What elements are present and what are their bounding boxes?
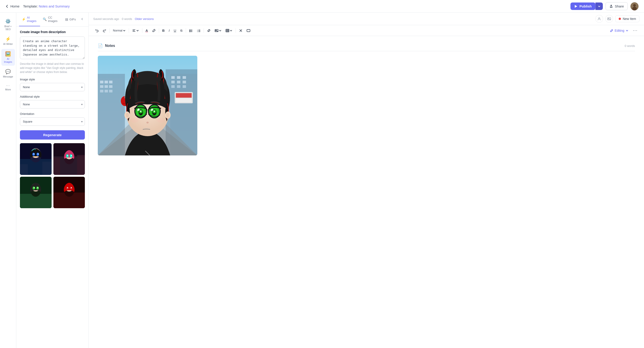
sidebar-item-message[interactable]: 💬 Message	[1, 67, 15, 80]
message-icon: 💬	[5, 69, 11, 74]
sidebar-item-more[interactable]: ··· More	[1, 81, 15, 93]
image-thumb-2[interactable]	[54, 143, 85, 175]
tab-ai-images[interactable]: ⚡ AI images	[19, 13, 40, 26]
format-toolbar: Normal A	[89, 25, 644, 36]
italic-button[interactable]: I	[167, 27, 172, 34]
editing-dropdown-button[interactable]: Editing	[608, 28, 631, 34]
panel-tabs: ⚡ AI images 🔍 CC images ▤ GIFs	[16, 13, 88, 27]
image-upload-button[interactable]	[605, 15, 613, 23]
code-icon	[247, 29, 250, 32]
svg-point-122	[151, 110, 152, 111]
breadcrumb-link[interactable]: Notes and Summary	[39, 4, 70, 8]
sidebar-item-brief-seo[interactable]: ⚙️ Brief + SEO	[1, 16, 15, 33]
link-button[interactable]	[205, 28, 212, 34]
toolbar-actions: New Item	[595, 15, 640, 23]
svg-point-10	[33, 153, 34, 154]
undo-button[interactable]	[93, 28, 100, 34]
publish-button-wrap: Publish	[570, 3, 603, 10]
bold-button[interactable]: B	[160, 27, 166, 34]
sidebar-item-ai-images[interactable]: 🖼️ AI Images	[1, 49, 15, 66]
more-options-button[interactable]: ···	[631, 27, 640, 34]
top-nav: Home Template: Notes and Summary Publish…	[0, 0, 644, 13]
svg-point-109	[140, 111, 142, 112]
tab-cc-images[interactable]: 🔍 CC images	[40, 13, 62, 26]
more-icon: ···	[6, 84, 10, 87]
toolbar-divider-5	[186, 28, 186, 33]
panel-collapse-button[interactable]	[78, 16, 86, 24]
back-button[interactable]: Home	[6, 4, 20, 8]
left-sidebar: ⚙️ Brief + SEO ⚡ AI Writer 🖼️ AI Images …	[0, 13, 16, 348]
image-style-select[interactable]: None Anime Photorealistic Oil Painting W…	[20, 83, 85, 91]
strikethrough-button[interactable]: S	[178, 27, 184, 34]
svg-rect-91	[177, 85, 180, 88]
create-image-title: Create image from description	[20, 30, 85, 34]
highlight-button[interactable]	[150, 28, 158, 34]
svg-point-25	[72, 156, 74, 158]
additional-style-label: Additional style	[20, 95, 85, 98]
svg-rect-94	[176, 93, 192, 98]
clear-format-button[interactable]	[237, 28, 244, 34]
redo-button[interactable]	[101, 28, 108, 34]
thumb-image-1	[20, 143, 52, 175]
svg-text:3.: 3.	[197, 31, 198, 32]
svg-point-40	[67, 187, 68, 188]
avatar-image	[630, 2, 638, 11]
orientation-select[interactable]: Square Landscape Portrait	[20, 117, 85, 126]
sidebar-item-ai-writer[interactable]: ⚡ AI Writer	[1, 34, 15, 48]
note-header: 📄 Notes 0 words	[98, 41, 635, 51]
align-chevron-icon	[136, 29, 139, 32]
bullet-list-icon	[189, 29, 193, 32]
additional-style-select-wrap: None Dark Bright Vintage Neon ▾	[20, 100, 85, 108]
share-button[interactable]: Share	[606, 2, 628, 10]
code-button[interactable]	[245, 28, 252, 34]
user-mention-button[interactable]	[595, 15, 603, 23]
strikethrough-label: S	[180, 29, 182, 32]
svg-point-24	[64, 156, 67, 158]
svg-rect-74	[104, 81, 108, 83]
regenerate-button[interactable]: Regenerate	[20, 130, 85, 139]
publish-button[interactable]: Publish	[570, 3, 595, 10]
svg-point-22	[67, 155, 68, 156]
text-style-dropdown[interactable]: Normal	[111, 28, 128, 33]
numbered-list-button[interactable]: 1. 2. 3.	[195, 28, 202, 34]
bullet-list-button[interactable]	[187, 28, 194, 34]
italic-label: I	[169, 29, 170, 32]
description-textarea[interactable]: Create an anime character standing on a …	[20, 37, 85, 59]
orientation-select-wrap: Square Landscape Portrait ▾	[20, 117, 85, 126]
image-thumb-1[interactable]	[20, 143, 52, 175]
editing-chevron-icon	[626, 29, 628, 32]
svg-rect-17	[77, 155, 85, 175]
older-versions-link[interactable]: Older versions	[135, 17, 154, 21]
svg-rect-76	[100, 85, 104, 88]
svg-point-124	[146, 122, 149, 123]
svg-point-112	[137, 110, 138, 111]
text-color-button[interactable]: A	[144, 27, 150, 34]
note-title: Notes	[105, 44, 115, 48]
svg-point-3	[632, 7, 637, 11]
new-item-button[interactable]: New Item	[615, 16, 640, 22]
avatar[interactable]	[630, 2, 638, 11]
svg-rect-16	[54, 158, 60, 175]
ai-images-tab-icon: ⚡	[22, 18, 26, 21]
image-thumb-3[interactable]	[20, 177, 52, 209]
image-insert-button[interactable]	[213, 28, 223, 34]
svg-rect-62	[226, 29, 229, 32]
table-button[interactable]	[224, 28, 234, 34]
breadcrumb: Template: Notes and Summary	[23, 4, 70, 8]
additional-style-select[interactable]: None Dark Bright Vintage Neon	[20, 100, 85, 108]
editor-content[interactable]: 📄 Notes 0 words	[89, 36, 644, 348]
align-button[interactable]	[130, 28, 141, 34]
svg-rect-75	[109, 81, 112, 83]
toolbar-divider-7	[236, 28, 236, 33]
svg-rect-69	[247, 30, 250, 32]
publish-dropdown-button[interactable]	[595, 3, 603, 10]
back-label: Home	[10, 4, 20, 8]
note-icon: 📄	[98, 43, 103, 48]
saved-status: Saved seconds ago	[93, 17, 119, 21]
underline-button[interactable]: U	[172, 27, 178, 34]
cc-images-tab-icon: 🔍	[43, 18, 46, 21]
image-thumb-4[interactable]	[54, 177, 85, 209]
panel: ⚡ AI images 🔍 CC images ▤ GIFs Create im…	[16, 13, 89, 348]
tab-gifs[interactable]: ▤ GIFs	[62, 14, 78, 25]
svg-rect-73	[100, 81, 104, 83]
